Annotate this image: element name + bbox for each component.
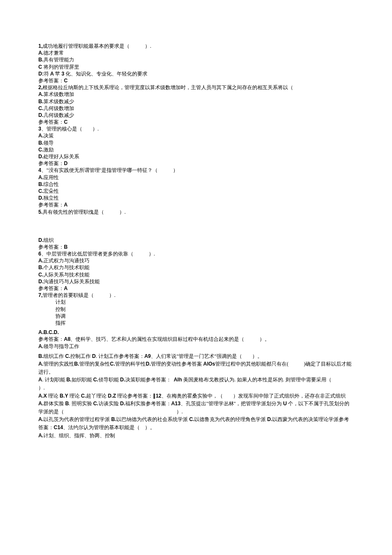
- bold-text: A.: [38, 50, 43, 56]
- bold-text: D.: [120, 401, 125, 407]
- bold-text: B.: [38, 140, 43, 146]
- bold-text: 2,: [38, 84, 43, 90]
- bold-text: D.: [146, 361, 151, 367]
- body-text: 理论: [68, 393, 81, 399]
- text-line: 1,成功地履行管理职能最基本的要求是（ ）.: [38, 43, 354, 49]
- bold-text: ∥12: [153, 393, 161, 399]
- text-line: 参考答案：B: [38, 244, 354, 250]
- text-line: A. 计划职能 B.如织职能 C.侦导职能 D.决策职能参考答案： Alh 美国…: [38, 376, 354, 392]
- body-text: 决策职能参考答案：: [125, 377, 174, 383]
- bold-text: A.: [38, 433, 43, 439]
- body-text: 将列的管理屏里: [42, 64, 79, 70]
- bold-text: C: [38, 64, 42, 70]
- body-text: 参考答案：: [38, 202, 64, 208]
- bold-text: U: [283, 401, 287, 407]
- body-text: 宏朵性: [43, 188, 59, 194]
- body-text: 、管理的核心是（ ）.: [41, 126, 99, 132]
- bold-text: A.: [38, 133, 43, 139]
- bold-text: B.: [38, 181, 43, 187]
- body-text: 化、知识化、专业化、年轻化的要求: [64, 71, 147, 77]
- body-text: 算术级数减少: [43, 99, 74, 105]
- body-text: 管理者的首要职镇是（ ）.: [43, 292, 115, 298]
- bold-text: A: [64, 202, 68, 208]
- body-text: 独立性: [43, 195, 59, 201]
- bold-text: A.: [38, 343, 43, 349]
- bold-text: C.: [38, 105, 43, 111]
- bold-text: AlOs: [203, 361, 215, 367]
- text-line: D.组织: [38, 237, 354, 244]
- body-text: 几何级数减少: [43, 112, 74, 118]
- body-text: 理论: [47, 393, 60, 399]
- bold-text: C.: [110, 361, 115, 367]
- body-text: 、孔茨提出"管理学丛林"，把管理学派划分为: [181, 401, 283, 407]
- body-text: 组织: [43, 237, 54, 243]
- bold-text: C.: [93, 377, 98, 383]
- body-text: 参考答案：: [38, 119, 64, 125]
- bold-text: D: [92, 353, 96, 359]
- text-line: A.决策: [38, 132, 354, 139]
- bold-text: A.: [38, 91, 43, 97]
- body-text: 以巴纳德为代表的社会系统学派: [116, 416, 189, 422]
- text-line: 参考答案：A: [38, 285, 354, 292]
- body-text: 根据格拉丘纳斯的上下线关系理论，管理宽度以算术级数增加时，主管人员与其下属之间存…: [43, 84, 293, 90]
- bold-text: A: [38, 377, 42, 383]
- bold-text: C14: [54, 424, 63, 430]
- text-line: A.应用性: [38, 174, 354, 181]
- text-line: B.组织工作 C.控制工作 D. 计划工作参考答案：A9、人们常说"管理是一门艺…: [38, 352, 354, 360]
- bold-text: C.: [38, 147, 43, 153]
- body-text: 、人们常说"管理是一门艺术"强调的是（ ）。: [151, 353, 262, 359]
- text-line: D.沟通技巧与人际关系技能: [38, 278, 354, 285]
- sub-option: 指挥: [55, 320, 354, 326]
- bold-text: B.: [111, 416, 116, 422]
- body-text: 管理的复杂性: [79, 361, 110, 367]
- sub-option: 计划: [55, 299, 354, 305]
- bold-text: C: [64, 78, 68, 84]
- text-line: 5.具有领先性的管理职傀是（ ）.: [38, 209, 354, 215]
- question-block-2: D.组织参考答案：B6、中层管理者比低层管理者更多的依靠（ ）.A.正式权力与沟…: [38, 237, 354, 299]
- bold-text: C.: [38, 188, 43, 194]
- body-text: 德才兼常: [43, 50, 64, 56]
- sub-option: 协调: [55, 313, 354, 320]
- body-text: 应用性: [43, 174, 59, 180]
- bold-text: 7,: [38, 292, 43, 298]
- bold-text: Alh: [174, 377, 182, 383]
- text-line: B.综合性: [38, 181, 354, 188]
- text-line: A.X 理论 B.Y 理论 C.超丫理论 D.Z 理论参考答案：∥12、在梅奥的…: [38, 392, 354, 400]
- bold-text: B.: [66, 377, 72, 383]
- bold-text: B.: [38, 99, 43, 105]
- body-text: 算术级数增加: [43, 91, 74, 97]
- text-line: A.算术级数增加: [38, 91, 354, 98]
- body-text: 管理的变动性参考答案: [151, 361, 203, 367]
- body-text: 沟通技巧与人际关系技能: [43, 279, 100, 285]
- body-text: 群体实脸: [43, 401, 65, 407]
- body-text: 符: [44, 71, 50, 77]
- bold-text: 3: [38, 126, 41, 132]
- body-text: 、中层管理者比低层管理者更多的依靠（ ）.: [41, 251, 155, 257]
- bold-text: B: [64, 244, 68, 250]
- body-text: 控制工作: [70, 353, 92, 359]
- body-text: 处理好人际关系: [43, 154, 79, 160]
- text-line: B.领导: [38, 139, 354, 146]
- text-line: 4、"没有实践便无所谓管理"是指管理学哪一特征？（ ）: [38, 167, 354, 174]
- text-line: A.领导与指导工作: [38, 343, 354, 350]
- bold-text: D.: [38, 195, 43, 201]
- text-line: 3、管理的核心是（ ）.: [38, 125, 354, 132]
- text-line: 2,根据格拉丘纳斯的上下线关系理论，管理宽度以算术级数增加时，主管人员与其下属之…: [38, 84, 354, 91]
- text-line: C.几何级数增加: [38, 105, 354, 112]
- text-line: 参考答案：C: [38, 119, 354, 125]
- bold-text: C.: [93, 401, 98, 407]
- text-line: A.计划、组织、指挥、协两、控制: [38, 432, 354, 440]
- bold-text: D: [64, 160, 68, 166]
- body-text: . 照明实验: [69, 401, 93, 407]
- body-text: 、"没有实践便无所谓管理"是指管理学哪一特征？（ ）: [41, 167, 179, 173]
- body-text: 具有领先性的管理职傀是（ ）.: [43, 209, 126, 215]
- text-line: A.德才兼常: [38, 49, 354, 56]
- text-line: 参考答案：A8、使科学、技巧、艺术和人的属性在实现组织目标过程中有机结合起来的是…: [38, 336, 354, 343]
- bold-text: A.B.C.D.: [38, 329, 59, 335]
- bold-text: D.: [38, 279, 43, 285]
- text-line: 参考答案：C: [38, 77, 354, 84]
- bold-text: C.: [189, 416, 194, 422]
- text-line: D.几何级数减少: [38, 112, 354, 119]
- body-text: 以德鲁克为代表的经理角色学派: [194, 416, 267, 422]
- bold-text: 5.: [38, 209, 43, 215]
